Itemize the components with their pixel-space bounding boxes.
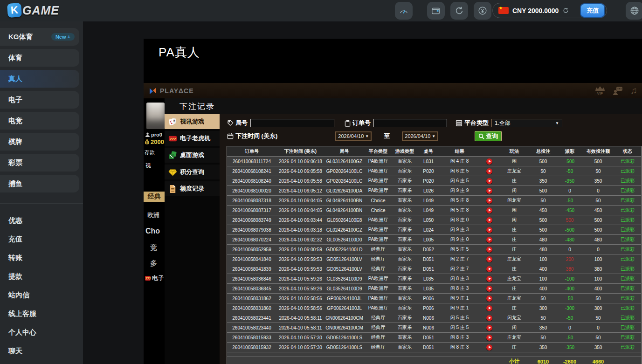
replay-play-icon[interactable] xyxy=(486,344,492,350)
lobby-duo-tab[interactable]: 多 xyxy=(150,259,157,268)
sidebar-item-kg-sports[interactable]: KG体育New + xyxy=(0,28,79,46)
replay-play-icon[interactable] xyxy=(486,335,492,341)
search-button[interactable]: 查询 xyxy=(475,131,502,141)
dealer-chat-icon[interactable] xyxy=(613,86,623,96)
replay-play-icon[interactable] xyxy=(486,315,492,321)
sidebar-item-chat[interactable]: 聊天 xyxy=(0,342,83,360)
cell: 百家乐 xyxy=(392,275,417,282)
dice-icon xyxy=(168,151,177,160)
menu-item-points-query[interactable]: 积分查询 xyxy=(165,165,220,179)
replay-play-icon[interactable] xyxy=(486,276,492,282)
cell: GL050264100E8 xyxy=(324,218,364,223)
speed-gauge-icon[interactable] xyxy=(395,2,413,20)
balance-pill[interactable]: CNY 2000.0000 充值 xyxy=(492,3,607,18)
cell: 百家乐 xyxy=(392,266,417,272)
replay-play-icon[interactable] xyxy=(486,305,492,311)
tag-icon xyxy=(227,120,234,126)
sidebar-item-transfer[interactable]: 转账 xyxy=(0,248,83,267)
cell: PA欧洲厅 xyxy=(364,285,392,292)
cell: GD052264100LD xyxy=(324,247,364,252)
lobby-classic-tab[interactable]: 经典 xyxy=(144,192,165,202)
sidebar-item-deposit[interactable]: 充值 xyxy=(0,230,83,248)
lobby-deposit[interactable]: 存款 xyxy=(145,149,155,156)
menu-item-video-games[interactable]: 9K♥视讯游戏 xyxy=(165,114,220,129)
kgame-logo[interactable]: K GAME xyxy=(7,3,59,17)
platform-select[interactable]: 1.全部▼ xyxy=(491,119,562,127)
cell: GL035264100D9 xyxy=(324,286,364,291)
sidebar-item-slots[interactable]: 电子 xyxy=(0,91,79,109)
cell: GD051264100LS xyxy=(324,345,364,350)
clipboard-icon xyxy=(345,120,351,127)
round-input[interactable] xyxy=(250,119,334,127)
language-globe-icon[interactable] xyxy=(626,2,642,20)
round-label: 局号 xyxy=(227,119,248,127)
music-icon[interactable]: ♫ xyxy=(630,85,637,96)
sidebar-item-withdraw[interactable]: 提款 xyxy=(0,267,83,286)
cell: GD051264100LV xyxy=(324,267,364,272)
sidebar-item-fishing[interactable]: 捕鱼 xyxy=(0,175,79,192)
sidebar-item-messages[interactable]: 站内信 xyxy=(0,286,83,304)
valid-bet-cell: 400 xyxy=(582,286,614,291)
menu-item-slot-machines[interactable]: 777电子老虎机 xyxy=(165,131,220,146)
total-bet-cell: 100 xyxy=(529,276,557,282)
cell: GP020264100LC xyxy=(324,169,364,174)
sidebar-item-esports[interactable]: 电竞 xyxy=(0,112,79,130)
svg-text:777: 777 xyxy=(145,277,151,280)
play-type-cell: 庄 xyxy=(499,285,529,292)
wallet-icon[interactable] xyxy=(427,2,445,20)
lobby-jing-tab[interactable]: 竞 xyxy=(150,243,157,252)
deposit-button[interactable]: 充值 xyxy=(580,3,605,18)
lobby-choice-tab[interactable]: Cho xyxy=(145,227,160,235)
replay-play-icon[interactable] xyxy=(486,266,492,272)
cell: 闲 9 庄 3 xyxy=(440,227,479,233)
replay-play-icon[interactable] xyxy=(486,286,492,292)
refresh-icon[interactable] xyxy=(450,2,468,20)
replay-play-icon[interactable] xyxy=(486,158,492,165)
cell: 经典厅 xyxy=(364,246,392,253)
replay-play-icon[interactable] xyxy=(486,256,492,262)
date-from-picker[interactable]: 2026/04/10▼ xyxy=(335,131,372,141)
sidebar-item-lottery[interactable]: 彩票 xyxy=(0,154,79,172)
menu-item-table-games[interactable]: 桌面游戏 xyxy=(165,148,220,163)
replay-play-icon[interactable] xyxy=(486,325,492,331)
lobby-euro-tab[interactable]: 欧洲 xyxy=(147,211,159,220)
date-to-picker[interactable]: 2026/04/10▼ xyxy=(402,131,438,141)
lobby-slots-tab[interactable]: 777 电子 xyxy=(145,274,164,282)
lobby-video-tab[interactable]: 视 xyxy=(145,162,151,170)
balance-refresh-icon[interactable] xyxy=(562,7,569,14)
cell: 百家乐 xyxy=(392,285,417,292)
currency-coin-icon[interactable] xyxy=(474,2,491,20)
sidebar-item-support[interactable]: 线上客服 xyxy=(0,304,83,323)
play-type-cell: 庄龙宝 xyxy=(499,256,529,262)
sidebar-item-sports[interactable]: 体育 xyxy=(0,49,79,67)
table-row: 2604100580159332026-04-10 05:57:30GD0512… xyxy=(227,332,641,342)
vip-crown-icon[interactable]: VIP xyxy=(595,86,605,96)
payout-cell: -300 xyxy=(557,306,582,311)
sidebar-item-promos[interactable]: 优惠 xyxy=(0,211,83,230)
replay-play-icon[interactable] xyxy=(486,178,492,184)
replay-play-icon[interactable] xyxy=(486,295,492,302)
cell: 260410058015933 xyxy=(227,335,276,340)
replay-play-icon[interactable] xyxy=(486,247,492,253)
replay-play-icon[interactable] xyxy=(486,168,492,174)
total-bet-cell: 50 xyxy=(529,335,557,340)
cell: 闲 8 庄 0 xyxy=(440,217,479,223)
replay-play-icon[interactable] xyxy=(486,188,492,194)
status-cell: 已派彩 xyxy=(614,207,641,213)
sidebar-item-live[interactable]: 真人 xyxy=(0,70,79,88)
column-header: 玩法 xyxy=(499,148,529,155)
replay-play-icon[interactable] xyxy=(486,227,492,233)
replay-play-icon[interactable] xyxy=(486,217,492,223)
sidebar-item-cards[interactable]: 棋牌 xyxy=(0,133,79,151)
replay-play-icon[interactable] xyxy=(486,198,492,204)
sidebar-item-help[interactable]: 帮助 xyxy=(0,360,83,364)
menu-item-quota-records[interactable]: 额度记录 xyxy=(165,181,220,196)
payout-cell: -500 xyxy=(557,227,582,233)
cell: 260410068079038 xyxy=(227,227,276,233)
replay-play-icon[interactable] xyxy=(486,237,492,243)
replay-play-icon[interactable] xyxy=(486,207,492,213)
payout-cell: -480 xyxy=(557,237,582,242)
sidebar-item-profile[interactable]: 个人中心 xyxy=(0,323,83,342)
payout-cell: -50 xyxy=(557,198,582,203)
order-input[interactable] xyxy=(373,119,447,127)
